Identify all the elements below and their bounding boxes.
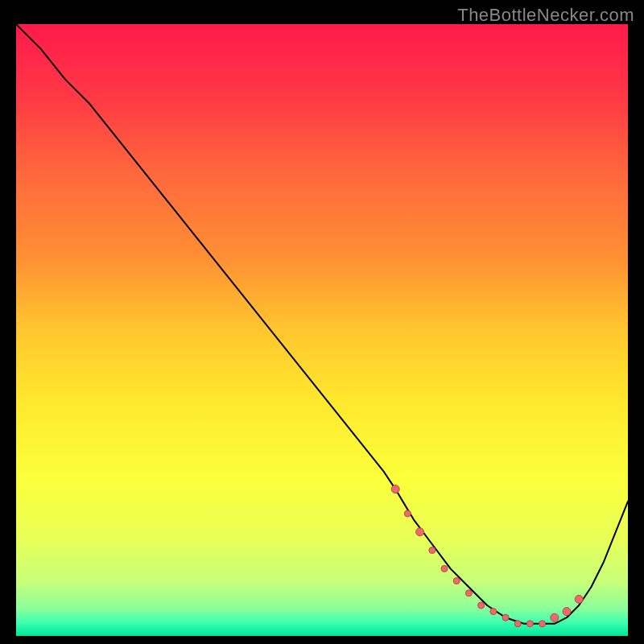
curve-marker-dot — [563, 608, 571, 616]
curve-marker-dot — [404, 510, 411, 517]
heatmap-plot — [16, 24, 628, 636]
curve-marker-dot — [429, 547, 436, 554]
curve-marker-dot — [502, 614, 509, 621]
watermark-text: TheBottleNecker.com — [457, 5, 634, 26]
curve-marker-dot — [551, 613, 559, 621]
curve-marker-dot — [416, 528, 424, 536]
gradient-background — [16, 24, 628, 636]
curve-marker-dot — [465, 590, 472, 597]
curve-marker-dot — [453, 578, 460, 584]
curve-marker-dot — [391, 485, 399, 493]
curve-marker-dot — [441, 565, 448, 572]
curve-marker-dot — [514, 621, 521, 627]
curve-marker-dot — [478, 602, 485, 609]
curve-marker-dot — [526, 621, 533, 627]
curve-marker-dot — [575, 595, 583, 603]
chart-frame: TheBottleNecker.com — [0, 0, 644, 644]
curve-marker-dot — [539, 621, 546, 627]
curve-marker-dot — [490, 609, 497, 615]
